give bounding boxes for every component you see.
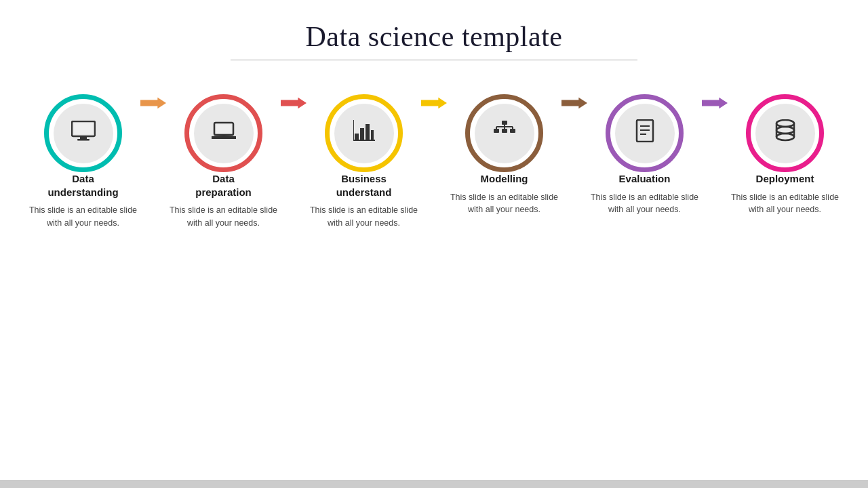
- svg-rect-3: [77, 139, 90, 141]
- step-title-5: Evaluation: [619, 172, 671, 186]
- step-modelling: Modelling This slide is an editable slid…: [448, 94, 560, 216]
- arrow-2: [281, 94, 307, 176]
- svg-rect-9: [360, 128, 364, 140]
- svg-rect-2: [80, 136, 87, 139]
- svg-point-32: [776, 127, 794, 134]
- step-desc-4: This slide is an editable slide with all…: [448, 191, 560, 217]
- circle-inner-1: [54, 104, 113, 163]
- circle-modelling: [465, 94, 543, 172]
- svg-rect-18: [510, 129, 515, 133]
- step-desc-1: This slide is an editable slide with all…: [27, 204, 139, 230]
- circle-data-understanding: [44, 94, 122, 172]
- document-icon: [635, 119, 654, 148]
- chart-icon: [353, 120, 375, 147]
- database-icon: [775, 119, 795, 148]
- step-desc-6: This slide is an editable slide with all…: [729, 191, 841, 217]
- svg-rect-16: [494, 129, 499, 133]
- circle-inner-2: [194, 104, 254, 163]
- svg-rect-17: [502, 129, 507, 133]
- circle-data-preparation: [184, 94, 262, 172]
- step-data-understanding: Dataunderstanding This slide is an edita…: [27, 94, 139, 230]
- hierarchy-icon: [493, 120, 516, 147]
- circle-evaluation: [606, 94, 684, 172]
- step-desc-5: This slide is an editable slide with all…: [589, 191, 701, 217]
- svg-marker-7: [281, 98, 307, 108]
- bottom-bar: [0, 480, 868, 488]
- circle-inner-5: [615, 104, 675, 163]
- svg-point-35: [776, 134, 794, 140]
- circle-inner-4: [475, 104, 534, 163]
- circle-inner-6: [755, 104, 815, 163]
- step-data-preparation: Datapreparation This slide is an editabl…: [167, 94, 279, 230]
- title-divider: [231, 60, 637, 60]
- step-desc-3: This slide is an editable slide with all…: [308, 204, 420, 230]
- step-title-1: Dataunderstanding: [47, 172, 118, 199]
- step-desc-2: This slide is an editable slide with all…: [167, 204, 279, 230]
- svg-marker-29: [702, 98, 728, 108]
- circle-inner-3: [334, 104, 394, 163]
- slide-title: Data science template: [306, 20, 563, 53]
- circle-deployment: [746, 94, 824, 172]
- svg-point-30: [776, 120, 794, 127]
- step-title-6: Deployment: [756, 172, 814, 186]
- step-evaluation: Evaluation This slide is an editable sli…: [589, 94, 701, 216]
- svg-rect-6: [216, 125, 231, 133]
- svg-marker-4: [140, 98, 166, 108]
- step-business-understand: Businessunderstand This slide is an edit…: [308, 94, 420, 230]
- arrow-5: [702, 94, 728, 176]
- step-deployment: Deployment This slide is an editable sli…: [729, 94, 841, 216]
- step-title-4: Modelling: [481, 172, 528, 186]
- arrow-4: [561, 94, 587, 176]
- svg-rect-8: [355, 134, 359, 140]
- svg-rect-1: [74, 123, 93, 134]
- arrow-1: [140, 94, 166, 176]
- flow-container: Dataunderstanding This slide is an edita…: [41, 94, 827, 230]
- laptop-icon: [212, 121, 236, 146]
- slide: Data science template Dataunderstand: [0, 0, 868, 488]
- svg-marker-24: [561, 98, 587, 108]
- svg-rect-10: [366, 124, 370, 140]
- step-title-3: Businessunderstand: [336, 172, 392, 199]
- arrow-3: [421, 94, 447, 176]
- circle-business-understand: [325, 94, 403, 172]
- svg-rect-15: [502, 121, 507, 125]
- svg-marker-14: [421, 98, 447, 108]
- monitor-icon: [71, 121, 96, 146]
- svg-rect-11: [371, 130, 374, 140]
- step-title-2: Datapreparation: [195, 172, 252, 199]
